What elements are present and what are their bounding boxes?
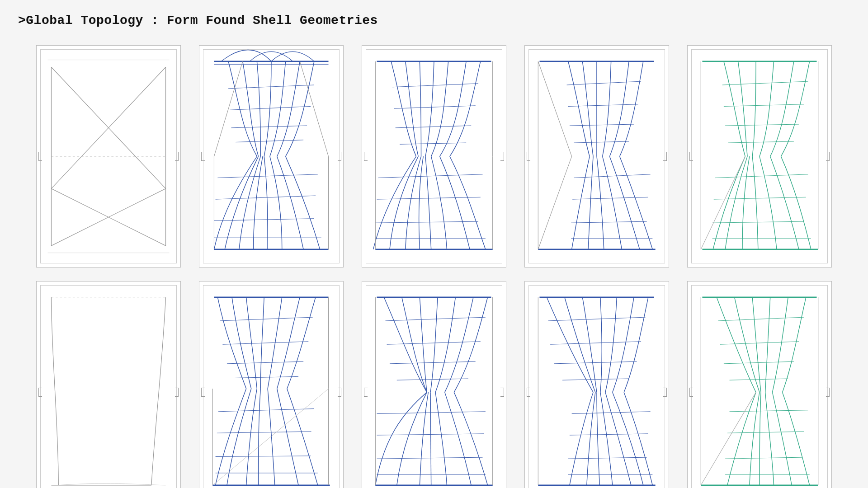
- svg-line-15: [217, 174, 317, 178]
- svg-line-23: [300, 61, 328, 156]
- svg-line-93: [550, 342, 641, 344]
- svg-9: [525, 282, 669, 488]
- svg-line-81: [387, 342, 481, 344]
- svg-line-104: [720, 342, 799, 344]
- svg-1: [37, 46, 180, 267]
- svg-line-29: [378, 174, 483, 178]
- card-grid: [36, 45, 832, 488]
- svg-line-82: [390, 361, 476, 364]
- svg-4: [525, 46, 669, 267]
- svg-5: [688, 46, 831, 267]
- svg-line-57: [712, 221, 804, 223]
- card-4: [524, 45, 669, 267]
- svg-line-47: [538, 61, 571, 156]
- svg-line-53: [725, 124, 799, 126]
- svg-line-54: [728, 141, 794, 143]
- svg-7: [199, 282, 343, 488]
- svg-line-51: [722, 81, 808, 85]
- svg-line-40: [570, 124, 634, 126]
- svg-2: [199, 46, 343, 267]
- svg-line-48: [538, 156, 571, 249]
- svg-line-11: [228, 85, 314, 89]
- svg-line-109: [725, 457, 802, 459]
- svg-line-106: [730, 379, 788, 380]
- svg-line-108: [727, 432, 804, 433]
- svg-line-66: [220, 317, 313, 321]
- svg-line-95: [562, 379, 629, 380]
- svg-line-84: [377, 412, 485, 414]
- svg-line-80: [385, 317, 485, 321]
- svg-line-68: [227, 361, 303, 364]
- svg-10: [688, 282, 831, 488]
- svg-line-83: [397, 379, 468, 380]
- svg-line-13: [231, 126, 307, 128]
- svg-line-70: [218, 409, 314, 412]
- svg-line-105: [724, 361, 794, 364]
- svg-line-52: [724, 104, 804, 107]
- svg-line-78: [212, 389, 328, 486]
- svg-3: [362, 46, 506, 267]
- svg-line-17: [214, 219, 314, 221]
- card-10: [687, 281, 832, 488]
- card-6: [36, 281, 181, 488]
- svg-6: [37, 282, 180, 488]
- card-5: [687, 45, 832, 267]
- card-1: [36, 45, 181, 267]
- card-8: [362, 281, 506, 488]
- card-2: [199, 45, 344, 267]
- page-title: >Global Topology : Form Found Shell Geom…: [18, 14, 378, 28]
- svg-line-41: [574, 141, 629, 143]
- card-7: [199, 281, 344, 488]
- svg-line-43: [572, 197, 648, 199]
- svg-line-38: [567, 81, 641, 85]
- svg-line-69: [234, 377, 298, 378]
- card-3: [362, 45, 506, 267]
- svg-line-98: [568, 457, 647, 459]
- svg-line-72: [216, 456, 311, 457]
- svg-line-56: [714, 197, 806, 199]
- card-9: [524, 281, 669, 488]
- svg-line-92: [548, 317, 645, 321]
- svg-line-67: [222, 342, 308, 344]
- svg-line-62: [701, 156, 745, 249]
- svg-line-39: [568, 104, 638, 107]
- svg-line-55: [715, 174, 808, 178]
- svg-line-28: [400, 143, 466, 144]
- svg-8: [362, 282, 506, 488]
- svg-line-25: [392, 84, 478, 87]
- svg-line-86: [377, 457, 482, 459]
- svg-line-103: [718, 317, 804, 321]
- svg-line-107: [730, 410, 808, 412]
- svg-line-44: [571, 221, 647, 223]
- svg-line-71: [217, 432, 311, 433]
- svg-line-114: [701, 392, 756, 485]
- svg-line-26: [394, 106, 475, 108]
- svg-line-16: [216, 196, 316, 199]
- svg-line-94: [554, 361, 637, 364]
